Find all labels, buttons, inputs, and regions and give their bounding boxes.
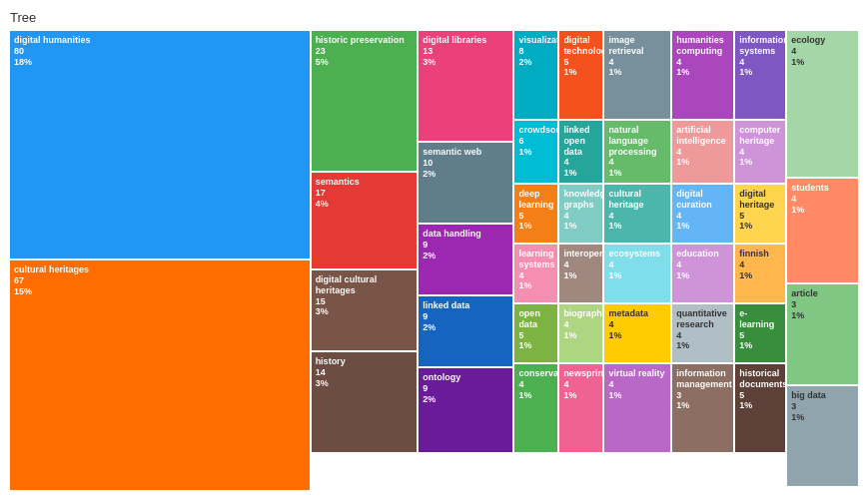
column-1: digital humanities 80 18% cultural herit… [10,31,310,490]
cell-semantics[interactable]: semantics 17 4% [312,173,418,268]
column-right: ecology 4 1% students 4 1% article 3 1% … [787,31,858,490]
cell-digital-curation[interactable]: digital curation 4 1% [672,185,733,243]
cell-information-management[interactable]: information management 3 1% [672,364,733,452]
cell-history[interactable]: history 14 3% [312,352,418,452]
cell-semantic-web[interactable]: semantic web 10 2% [419,143,512,223]
cell-cultural-heritage[interactable]: cultural heritage 4 1% [604,185,670,243]
cell-students[interactable]: students 4 1% [787,179,858,282]
cell-humanities-computing[interactable]: humanities computing 4 1% [672,31,733,119]
cell-big-data[interactable]: big data 3 1% [787,386,858,486]
cell-historical-documents[interactable]: historical documents 5 1% [735,364,785,452]
cell-newsprint[interactable]: newsprint 4 1% [559,364,602,452]
column-3: digital libraries 13 3% semantic web 10 … [419,31,512,490]
cell-interoperability[interactable]: interoperability 4 1% [559,245,602,302]
cell-open-data[interactable]: open data 5 1% [514,304,557,362]
column-2: historic preservation 23 5% semantics 17… [312,31,418,490]
cell-linked-data[interactable]: linked data 9 2% [419,296,512,366]
cell-digital-libraries[interactable]: digital libraries 13 3% [419,31,512,141]
cell-digital-heritage[interactable]: digital heritage 5 1% [735,185,785,243]
cell-conservation[interactable]: conservation 4 1% [514,364,557,452]
cell-quantitative[interactable]: quantitative research 4 1% [672,304,733,362]
column-5: image retrieval 4 1% natural language pr… [604,31,670,490]
column-4: visualization 8 2% digital technologies … [514,31,602,490]
cell-information-systems[interactable]: information systems 4 1% [735,31,785,119]
cell-computer-heritage[interactable]: computer heritage 4 1% [735,121,785,183]
cell-historic-preservation[interactable]: historic preservation 23 5% [312,31,418,171]
cell-visualization[interactable]: visualization 8 2% [514,31,557,119]
cell-linked-open-data[interactable]: linked open data 4 1% [559,121,602,183]
cell-crowdsourcing[interactable]: crowdsourcing 6 1% [514,121,557,183]
cell-virtual-reality[interactable]: virtual reality 4 1% [604,364,670,452]
cell-knowledge-graphs[interactable]: knowledge graphs 4 1% [559,185,602,243]
cell-finnish[interactable]: finnish 4 1% [735,245,785,302]
cell-artificial-intelligence[interactable]: artificial intelligence 4 1% [672,121,733,183]
cell-ecology[interactable]: ecology 4 1% [787,31,858,177]
cell-digital-humanities[interactable]: digital humanities 80 18% [10,31,310,258]
cell-education[interactable]: education 4 1% [672,245,733,302]
cell-ontology[interactable]: ontology 9 2% [419,368,512,452]
cell-ecosystems[interactable]: ecosystems 4 1% [604,245,670,302]
cell-learning-systems[interactable]: learning systems 4 1% [514,245,557,302]
column-6: humanities computing 4 1% artificial int… [672,31,733,490]
treemap: digital humanities 80 18% cultural herit… [10,31,858,490]
cell-biographies[interactable]: biographies 4 1% [559,304,602,362]
cell-data-handling[interactable]: data handling 9 2% [419,225,512,294]
chart-title: Tree [10,10,858,25]
cell-digital-technologies[interactable]: digital technologies 5 1% [559,31,602,119]
cell-cultural-heritages[interactable]: cultural heritages 67 15% [10,260,310,490]
app-container: Tree digital humanities 80 18% cultural … [0,0,868,499]
column-7: information systems 4 1% computer herita… [735,31,785,490]
cell-article[interactable]: article 3 1% [787,284,858,384]
cell-digital-cultural-heritages[interactable]: digital cultural heritages 15 3% [312,270,418,350]
cell-natural-language[interactable]: natural language processing 4 1% [604,121,670,183]
cell-deep-learning[interactable]: deep learning 5 1% [514,185,557,243]
cell-e-learning[interactable]: e-learning 5 1% [735,304,785,362]
cell-image-retrieval[interactable]: image retrieval 4 1% [604,31,670,119]
cell-metadata[interactable]: metadata 4 1% [604,304,670,362]
